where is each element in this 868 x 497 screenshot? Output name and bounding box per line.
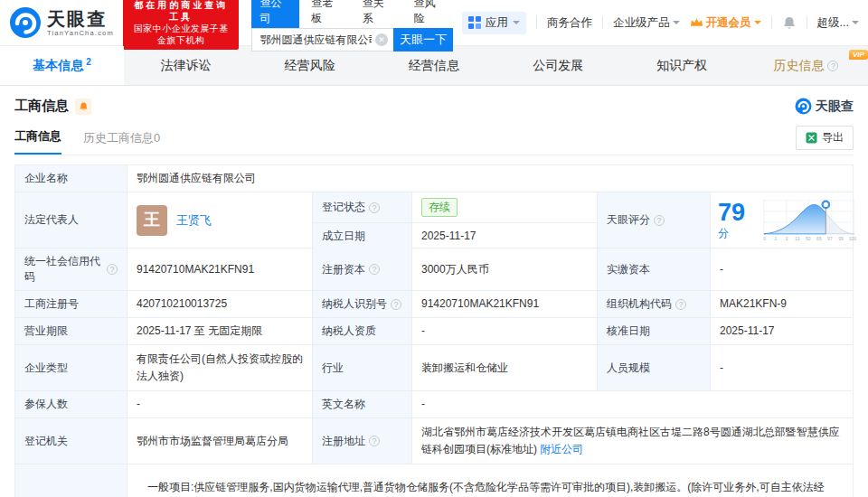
- svg-text:50: 50: [806, 236, 811, 241]
- svg-text:0: 0: [763, 236, 766, 241]
- watermark-text: 天眼查: [816, 98, 854, 115]
- field-label: 英文名称: [313, 391, 412, 417]
- field-label: 天眼评分: [598, 192, 711, 248]
- tab-count: 2: [86, 57, 91, 67]
- svg-text:1: 1: [774, 236, 777, 241]
- table-row: 统一社会信用代码 91420710MAK21KFN91 注册资本 3000万人民…: [15, 248, 853, 291]
- search-area: 查公司 查老板 查关系 查风险 天眼一下: [251, 0, 453, 52]
- tab-history-info[interactable]: VIP 历史信息: [744, 46, 868, 85]
- paid-capital-value: -: [711, 248, 853, 290]
- reg-address-cell: 湖北省鄂州市葛店经济技术开发区葛店镇电商社区古堤二路8号圆通湖北总部暨智慧供应链…: [412, 418, 853, 464]
- tianyancha-logo[interactable]: 天眼查 TianYanCha.com: [9, 6, 114, 39]
- enterprise-products-label: 企业级产品: [613, 15, 670, 31]
- excel-icon: [806, 132, 817, 144]
- search-tab-boss[interactable]: 查老板: [303, 0, 351, 28]
- clear-icon[interactable]: [375, 33, 388, 46]
- status-date-subgrid: 登记状态 存续 成立日期 2025-11-17: [313, 192, 598, 248]
- table-row: 参保人数 - 英文名称 -: [15, 391, 853, 418]
- notice-bell-icon[interactable]: [75, 98, 91, 115]
- taxpayer-qualification-value: -: [412, 318, 598, 344]
- search-tab-relation[interactable]: 查关系: [354, 0, 402, 28]
- help-icon[interactable]: [369, 436, 380, 446]
- field-label: 组织机构代码: [598, 291, 711, 317]
- nav-business-cooperation[interactable]: 商务合作: [547, 15, 592, 31]
- table-row: 法定代表人 王 王贤飞 登记状态 存续 成立日期: [15, 192, 853, 248]
- app-grid-icon: [468, 16, 481, 29]
- field-label: 法定代表人: [15, 192, 127, 248]
- notification-bell-icon[interactable]: [782, 15, 797, 31]
- field-label: 行业: [313, 345, 412, 390]
- company-info-table: 企业名称 鄂州圆通供应链有限公司 法定代表人 王 王贤飞 登记状态 存续: [14, 164, 854, 497]
- chevron-down-icon: [754, 21, 761, 28]
- reg-status-cell: 存续: [412, 192, 597, 222]
- nearby-companies-link[interactable]: 附近公司: [540, 443, 583, 455]
- tianyancha-logo-icon: [9, 6, 42, 39]
- legal-rep-link[interactable]: 王贤飞: [176, 212, 212, 228]
- section-title: 工商信息: [14, 98, 69, 115]
- establish-date-value: 2025-11-17: [412, 223, 597, 249]
- field-label: 核准日期: [598, 318, 711, 344]
- field-label: 企业名称: [15, 165, 127, 192]
- staff-size-value: -: [711, 345, 853, 390]
- table-row: 经营范围 一般项目:供应链管理服务,国内货物运输代理,普通货物仓储服务(不含危险…: [15, 464, 853, 497]
- tab-label: 法律诉讼: [161, 58, 212, 74]
- field-label: 注册地址: [313, 418, 412, 464]
- help-icon[interactable]: [391, 299, 401, 310]
- table-row: 企业名称 鄂州圆通供应链有限公司: [15, 165, 853, 192]
- table-row: 工商注册号 420710210013725 纳税人识别号 91420710MAK…: [15, 291, 853, 318]
- search-tab-risk[interactable]: 查风险: [405, 0, 453, 28]
- svg-text:3: 3: [785, 236, 788, 241]
- tab-intellectual-property[interactable]: 知识产权: [620, 46, 744, 85]
- help-icon[interactable]: [827, 61, 838, 71]
- search-tab-company[interactable]: 查公司: [251, 0, 299, 28]
- help-icon[interactable]: [369, 264, 380, 275]
- insured-count-value: -: [127, 391, 313, 417]
- export-button[interactable]: 导出: [796, 126, 854, 150]
- apps-label: 应用: [486, 15, 508, 31]
- field-label: 登记机关: [15, 418, 127, 464]
- tab-label: 基本信息: [33, 58, 83, 74]
- field-label: 营业期限: [15, 318, 127, 344]
- chevron-down-icon: [673, 21, 680, 28]
- user-account-menu[interactable]: 超级...: [817, 15, 859, 31]
- table-row: 营业期限 2025-11-17 至 无固定期限 纳税人资质 - 核准日期 202…: [15, 318, 853, 345]
- score-distribution-chart: 0 1 3 13 50 85 97 99 100: [762, 197, 861, 244]
- user-name: 超级...: [817, 15, 849, 31]
- help-icon[interactable]: [107, 264, 118, 275]
- subtab-history-business-info[interactable]: 历史工商信息0: [83, 130, 160, 155]
- help-icon[interactable]: [369, 202, 380, 213]
- top-header: 天眼查 TianYanCha.com 都在用的商业查询工具 国家中小企业发展子基…: [0, 0, 868, 45]
- main-tab-bar: 基本信息 2 法律诉讼 经营风险 经营信息 公司发展 知识产权 VIP 历史信息: [0, 45, 868, 86]
- help-icon[interactable]: [675, 299, 686, 310]
- company-name-value: 鄂州圆通供应链有限公司: [127, 165, 853, 192]
- tab-legal-proceedings[interactable]: 法律诉讼: [124, 46, 248, 85]
- membership-label: 开通会员: [706, 15, 751, 31]
- tab-label: 历史信息: [773, 58, 824, 74]
- tab-operating-risk[interactable]: 经营风险: [248, 46, 372, 85]
- tyc-score-cell: 79分: [711, 192, 868, 248]
- help-icon[interactable]: [654, 215, 665, 226]
- business-term-value: 2025-11-17 至 无固定期限: [127, 318, 313, 344]
- tab-business-info[interactable]: 经营信息: [372, 46, 495, 85]
- table-row: 企业类型 有限责任公司(自然人投资或控股的法人独资) 行业 装卸搬运和仓储业 人…: [15, 345, 853, 391]
- crown-icon: [690, 17, 703, 28]
- field-label: 经营范围: [15, 464, 127, 497]
- tab-company-development[interactable]: 公司发展: [496, 46, 620, 85]
- apps-menu[interactable]: 应用: [462, 12, 526, 34]
- reg-capital-value: 3000万人民币: [412, 248, 598, 290]
- business-info-card: 工商信息 天眼查 工商信息 历史工商信息0: [0, 86, 868, 497]
- tab-label: 知识产权: [656, 58, 707, 74]
- subtab-label: 历史工商信息: [83, 131, 154, 145]
- tab-basic-info[interactable]: 基本信息 2: [0, 46, 124, 85]
- top-nav: 应用 商务合作 企业级产品 开通会员: [462, 12, 859, 34]
- table-row: 登记机关 鄂州市市场监督管理局葛店分局 注册地址 湖北省鄂州市葛店经济技术开发区…: [15, 418, 853, 464]
- subtab-business-info[interactable]: 工商信息: [14, 128, 61, 155]
- page: 天眼查 TianYanCha.com 都在用的商业查询工具 国家中小企业发展子基…: [0, 0, 868, 497]
- svg-text:85: 85: [816, 236, 822, 241]
- avatar[interactable]: 王: [137, 205, 167, 236]
- tianyancha-logo-icon: [795, 98, 812, 115]
- sub-tab-bar: 工商信息 历史工商信息0 导出: [14, 126, 854, 155]
- promo-line1: 都在用的商业查询工具: [129, 0, 233, 23]
- nav-open-membership[interactable]: 开通会员: [690, 15, 761, 31]
- nav-enterprise-products[interactable]: 企业级产品: [613, 15, 680, 31]
